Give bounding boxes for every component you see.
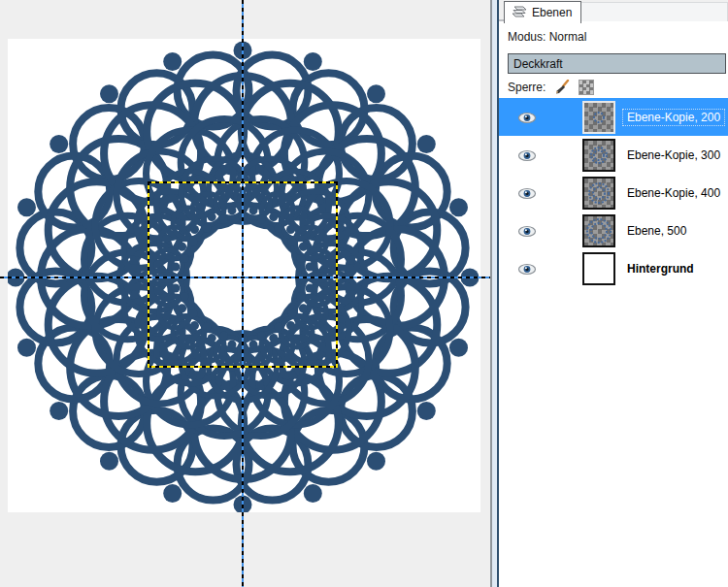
selection-edge-bottom [148,366,338,368]
layer-thumbnail[interactable] [582,101,615,134]
layers-list: Ebene-Kopie, 200Ebene-Kopie, 300Ebene-Ko… [499,98,728,287]
layer-row-1[interactable]: Ebene-Kopie, 300 [499,136,728,174]
checkerboard-icon[interactable] [579,80,594,95]
layers-panel: Ebenen Modus: Normal Deckkraft Sperre: E… [499,0,728,587]
selection-edge-left [148,181,149,368]
layer-name[interactable]: Hintergrund [623,261,698,277]
empty-tab-strip [574,2,728,21]
tab-ebenen[interactable]: Ebenen [504,1,581,23]
mode-row[interactable]: Modus: Normal [508,30,586,44]
eye-icon[interactable] [517,111,539,124]
eye-icon[interactable] [517,224,539,238]
lock-label: Sperre: [508,81,546,94]
layer-row-2[interactable]: Ebene-Kopie, 400 [499,174,728,212]
mode-value: Normal [549,30,587,44]
selection-marquee[interactable] [148,181,338,368]
eye-icon[interactable] [517,148,539,162]
mode-label: Modus: [508,30,546,44]
eye-icon[interactable] [517,262,539,276]
lock-row: Sperre: [508,79,594,96]
layer-name[interactable]: Ebene-Kopie, 300 [623,147,724,163]
tab-label: Ebenen [532,6,572,19]
opacity-label: Deckkraft [513,57,563,71]
layers-stack-icon [511,6,527,19]
layer-row-4[interactable]: Hintergrund [499,249,728,287]
layer-thumbnail[interactable] [582,177,615,210]
opacity-slider[interactable]: Deckkraft [508,53,726,74]
layer-row-3[interactable]: Ebene, 500 [499,212,728,249]
layer-thumbnail[interactable] [582,252,615,285]
eye-icon[interactable] [517,186,539,200]
layer-name[interactable]: Ebene-Kopie, 400 [623,185,724,201]
canvas-area[interactable] [0,0,490,587]
layer-name[interactable]: Ebene-Kopie, 200 [623,110,724,125]
selection-edge-right [336,181,338,368]
layer-name[interactable]: Ebene, 500 [623,223,690,239]
layer-thumbnail[interactable] [582,214,615,247]
paintbrush-icon[interactable] [554,80,570,95]
layer-row-0[interactable]: Ebene-Kopie, 200 [499,98,728,136]
selection-edge-top [148,181,338,183]
layer-thumbnail[interactable] [582,139,615,172]
